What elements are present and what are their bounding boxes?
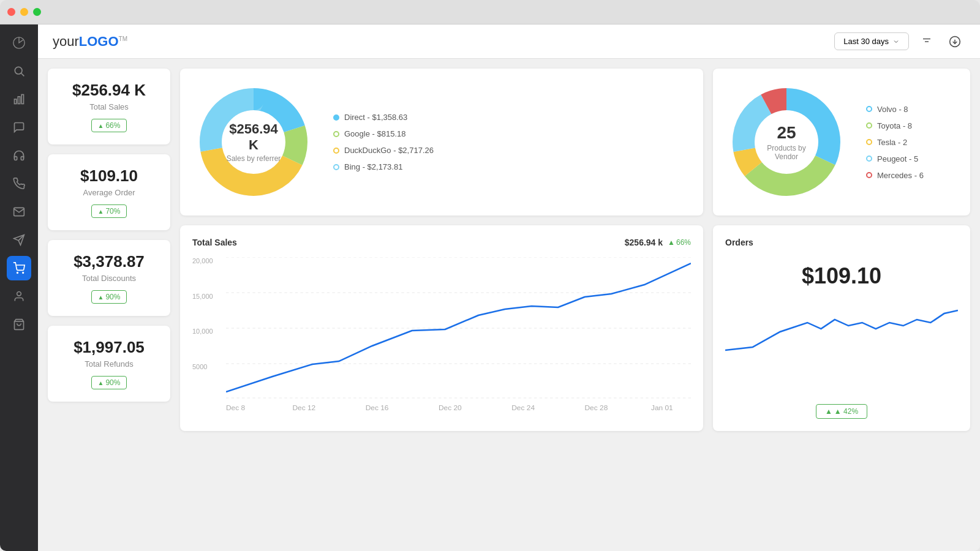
total-sales-chart-badge: ▲ 66% bbox=[668, 238, 691, 247]
legend-volvo-dot bbox=[866, 106, 872, 112]
svg-rect-3 bbox=[15, 99, 17, 104]
chat-icon[interactable] bbox=[7, 115, 31, 140]
legend-tesla-dot bbox=[866, 139, 872, 145]
total-sales-badge: ▲ 66% bbox=[91, 119, 127, 132]
average-order-label: Average Order bbox=[83, 188, 135, 197]
legend-duckduckgo-dot bbox=[333, 148, 339, 154]
vendor-legend: Volvo - 8 Toyota - 8 Tesla - 2 Peug bbox=[866, 105, 924, 180]
orders-chart bbox=[725, 289, 958, 398]
app-body: yourLOGOTM Last 30 days bbox=[0, 24, 980, 551]
svg-text:Dec 16: Dec 16 bbox=[366, 404, 389, 411]
orders-title: Orders bbox=[725, 238, 753, 247]
svg-line-2 bbox=[21, 73, 24, 77]
total-discounts-label: Total Discounts bbox=[82, 274, 136, 283]
user-icon[interactable] bbox=[7, 284, 31, 309]
svg-point-10 bbox=[17, 292, 21, 296]
vendor-chart-center: 25 Products by Vendor bbox=[756, 123, 817, 161]
phone-icon[interactable] bbox=[7, 171, 31, 196]
cart-icon[interactable] bbox=[7, 256, 31, 280]
mail-icon[interactable] bbox=[7, 200, 31, 224]
vendor-center-value: 25 bbox=[756, 123, 817, 143]
legend-duckduckgo: DuckDuckGo - $2,717.26 bbox=[333, 146, 434, 155]
svg-point-8 bbox=[17, 272, 18, 274]
dashboard: $256.94 K Total Sales ▲ 66% $109.10 Aver… bbox=[38, 59, 980, 441]
support-icon[interactable] bbox=[7, 143, 31, 168]
legend-volvo: Volvo - 8 bbox=[866, 105, 924, 114]
titlebar bbox=[0, 0, 980, 24]
legend-mercedes-dot bbox=[866, 172, 872, 178]
orders-line-svg bbox=[725, 289, 958, 369]
legend-toyota-dot bbox=[866, 122, 872, 129]
filter-icon[interactable] bbox=[916, 31, 937, 52]
svg-text:Dec 24: Dec 24 bbox=[511, 404, 535, 411]
sales-referrer-donut: $256.94 K Sales by referrer bbox=[192, 81, 315, 203]
date-filter-button[interactable]: Last 30 days bbox=[834, 32, 909, 50]
average-order-value: $109.10 bbox=[80, 167, 138, 186]
bag-icon[interactable] bbox=[7, 312, 31, 337]
sales-by-referrer-card: $256.94 K Sales by referrer Direct - $1,… bbox=[180, 69, 703, 216]
average-order-card: $109.10 Average Order ▲ 70% bbox=[48, 154, 170, 230]
total-sales-value: $256.94 K bbox=[72, 81, 146, 100]
legend-bing: Bing - $2,173.81 bbox=[333, 162, 434, 171]
analytics-icon[interactable] bbox=[7, 31, 31, 55]
svg-text:Dec 20: Dec 20 bbox=[439, 404, 462, 411]
bar-chart-icon[interactable] bbox=[7, 87, 31, 111]
total-sales-chart-card: Total Sales $256.94 k ▲ 66% 20,000 bbox=[180, 225, 703, 431]
svg-text:Dec 12: Dec 12 bbox=[292, 404, 315, 411]
legend-tesla: Tesla - 2 bbox=[866, 138, 924, 147]
header: yourLOGOTM Last 30 days bbox=[38, 24, 980, 59]
main-content: yourLOGOTM Last 30 days bbox=[38, 24, 980, 551]
total-discounts-value: $3,378.87 bbox=[74, 252, 145, 271]
total-sales-chart-stat: $256.94 k ▲ 66% bbox=[625, 238, 691, 247]
logo: yourLOGOTM bbox=[53, 34, 127, 50]
legend-direct-dot bbox=[333, 114, 339, 121]
line-chart-svg: Dec 8 Dec 12 Dec 16 Dec 20 Dec 24 Dec 28… bbox=[226, 257, 691, 416]
legend-toyota: Toyota - 8 bbox=[866, 121, 924, 130]
svg-point-1 bbox=[15, 67, 22, 74]
total-refunds-value: $1,997.05 bbox=[74, 338, 145, 357]
orders-card: Orders $109.10 ▲ ▲ 42% bbox=[713, 225, 970, 431]
svg-text:Jan 01: Jan 01 bbox=[651, 404, 673, 411]
referrer-chart-center: $256.94 K Sales by referrer bbox=[223, 121, 284, 163]
maximize-dot[interactable] bbox=[33, 8, 41, 16]
sidebar bbox=[0, 24, 38, 551]
total-sales-chart-title: Total Sales bbox=[192, 238, 237, 247]
legend-google-dot bbox=[333, 131, 339, 137]
close-dot[interactable] bbox=[7, 8, 15, 16]
total-refunds-label: Total Refunds bbox=[85, 359, 134, 369]
orders-card-header: Orders bbox=[725, 238, 958, 247]
app-window: yourLOGOTM Last 30 days bbox=[0, 0, 980, 551]
vendor-center-label: Products by Vendor bbox=[756, 144, 817, 161]
search-icon[interactable] bbox=[7, 59, 31, 83]
total-discounts-badge: ▲ 90% bbox=[91, 290, 127, 304]
referrer-center-value: $256.94 K bbox=[223, 121, 284, 153]
legend-direct: Direct - $1,358.63 bbox=[333, 113, 434, 122]
legend-mercedes: Mercedes - 6 bbox=[866, 171, 924, 180]
total-discounts-card: $3,378.87 Total Discounts ▲ 90% bbox=[48, 240, 170, 316]
orders-badge: ▲ ▲ 42% bbox=[816, 404, 867, 419]
referrer-center-label: Sales by referrer bbox=[223, 154, 284, 163]
total-sales-chart-header: Total Sales $256.94 k ▲ 66% bbox=[192, 238, 691, 247]
vendor-donut: 25 Products by Vendor bbox=[725, 81, 848, 203]
products-by-vendor-card: 25 Products by Vendor Volvo - 8 Toyota -… bbox=[713, 69, 970, 216]
average-order-badge: ▲ 70% bbox=[91, 204, 127, 218]
total-sales-label: Total Sales bbox=[89, 102, 129, 111]
download-icon[interactable] bbox=[944, 31, 965, 52]
total-refunds-card: $1,997.05 Total Refunds ▲ 90% bbox=[48, 326, 170, 402]
svg-point-9 bbox=[23, 272, 24, 274]
total-sales-card: $256.94 K Total Sales ▲ 66% bbox=[48, 69, 170, 144]
svg-text:Dec 28: Dec 28 bbox=[585, 404, 608, 411]
svg-rect-4 bbox=[18, 97, 20, 104]
header-actions: Last 30 days bbox=[834, 31, 965, 52]
line-chart-inner: Dec 8 Dec 12 Dec 16 Dec 20 Dec 24 Dec 28… bbox=[226, 257, 691, 419]
minimize-dot[interactable] bbox=[20, 8, 28, 16]
legend-peugeot-dot bbox=[866, 156, 872, 162]
total-refunds-badge: ▲ 90% bbox=[91, 376, 127, 389]
stat-cards-column: $256.94 K Total Sales ▲ 66% $109.10 Aver… bbox=[48, 69, 170, 431]
legend-bing-dot bbox=[333, 164, 339, 170]
orders-value: $109.10 bbox=[725, 263, 958, 289]
svg-rect-5 bbox=[21, 95, 23, 104]
send-icon[interactable] bbox=[7, 228, 31, 252]
y-axis-labels: 20,000 15,000 10,000 5000 bbox=[192, 257, 223, 416]
total-sales-chart-value: $256.94 k bbox=[625, 238, 663, 247]
